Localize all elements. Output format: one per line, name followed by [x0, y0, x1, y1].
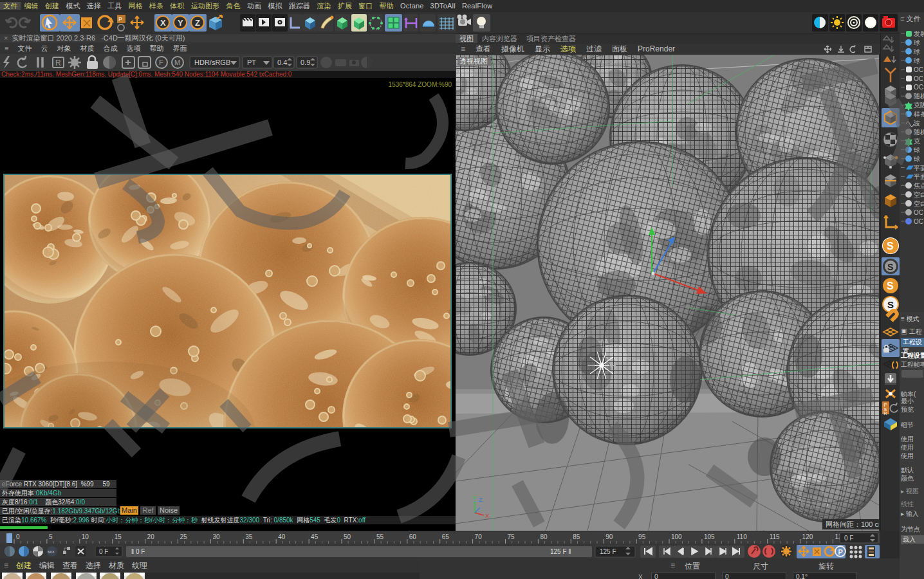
svg-text:0.9: 0.9 [300, 59, 310, 66]
svg-text:X: X [160, 18, 166, 28]
svg-text:10: 10 [82, 533, 89, 540]
svg-text:30: 30 [212, 533, 220, 540]
svg-text:110: 110 [737, 533, 747, 540]
svg-text:OC: OC [914, 75, 923, 82]
svg-text:45: 45 [311, 533, 319, 540]
svg-text:焦点: 焦点 [914, 182, 924, 189]
svg-text:P: P [838, 548, 843, 556]
svg-text:120: 120 [802, 533, 813, 540]
svg-text:Z: Z [195, 18, 200, 28]
svg-text:55: 55 [376, 533, 384, 540]
svg-text:35: 35 [245, 533, 253, 540]
svg-text:样条: 样条 [914, 111, 924, 118]
svg-text:100: 100 [671, 533, 682, 540]
svg-text:网格间距：100 cm: 网格间距：100 cm [826, 520, 879, 528]
svg-text:5: 5 [49, 533, 53, 540]
svg-text:球: 球 [913, 39, 920, 46]
svg-text:波: 波 [913, 120, 920, 127]
svg-text:X: X [485, 513, 489, 519]
svg-text:125 F: 125 F [600, 548, 616, 555]
svg-text:S: S [887, 280, 894, 291]
svg-text:25: 25 [180, 533, 188, 540]
svg-text:0: 0 [16, 533, 20, 540]
svg-text:70: 70 [475, 533, 483, 540]
svg-text:球: 球 [913, 57, 920, 64]
svg-text:OC: OC [914, 209, 923, 216]
svg-text:0 F: 0 F [844, 535, 853, 542]
svg-text:P: P [118, 16, 122, 23]
svg-text:OC: OC [914, 84, 923, 91]
svg-text:随机: 随机 [914, 129, 924, 136]
svg-text:R: R [55, 59, 61, 68]
svg-text:Y: Y [472, 495, 476, 501]
svg-text:HDR/sRGB: HDR/sRGB [194, 59, 230, 66]
svg-text:发射: 发射 [914, 30, 924, 37]
svg-text:0 F: 0 F [99, 548, 108, 555]
svg-text:OC: OC [914, 218, 923, 225]
svg-text:50: 50 [344, 533, 351, 540]
svg-text:F: F [159, 59, 163, 66]
svg-text:105: 105 [704, 533, 715, 540]
svg-text:球: 球 [913, 48, 920, 55]
svg-text:0.4: 0.4 [277, 59, 287, 66]
svg-text:P: P [884, 403, 887, 407]
svg-text:球: 球 [913, 156, 920, 163]
svg-text:40: 40 [278, 533, 286, 540]
svg-text:75: 75 [508, 533, 515, 540]
svg-text:球: 球 [913, 147, 920, 154]
svg-text:80: 80 [540, 533, 548, 540]
svg-text:空白: 空白 [914, 191, 924, 198]
svg-text:克: 克 [914, 138, 920, 145]
svg-text:S: S [887, 241, 894, 252]
svg-text:95: 95 [638, 533, 646, 540]
svg-text:M: M [174, 59, 180, 66]
svg-text:115: 115 [770, 533, 780, 540]
svg-text:R: R [884, 411, 887, 416]
svg-text:65: 65 [442, 533, 450, 540]
svg-text:20: 20 [147, 533, 155, 540]
svg-text:OC: OC [914, 66, 923, 73]
svg-text:85: 85 [573, 533, 580, 540]
svg-text:空白: 空白 [914, 200, 924, 207]
svg-text:125 F ‖: 125 F ‖ [550, 548, 571, 555]
svg-text:90: 90 [605, 533, 613, 540]
svg-text:克隆: 克隆 [914, 102, 924, 109]
svg-text:平面: 平面 [914, 173, 924, 180]
svg-text:PT: PT [247, 59, 256, 66]
svg-text:平面: 平面 [914, 165, 924, 172]
svg-text:Z: Z [479, 497, 483, 503]
svg-text:随机: 随机 [914, 93, 924, 100]
svg-text:透视视图: 透视视图 [459, 57, 488, 65]
svg-text:Y: Y [178, 18, 183, 28]
svg-text:60: 60 [409, 533, 417, 540]
svg-text:‖ 0 F: ‖ 0 F [131, 548, 145, 555]
svg-text:S: S [887, 262, 893, 272]
svg-text:S: S [887, 299, 894, 310]
svg-text:MIX: MIX [48, 550, 55, 554]
svg-text:15: 15 [115, 533, 122, 540]
